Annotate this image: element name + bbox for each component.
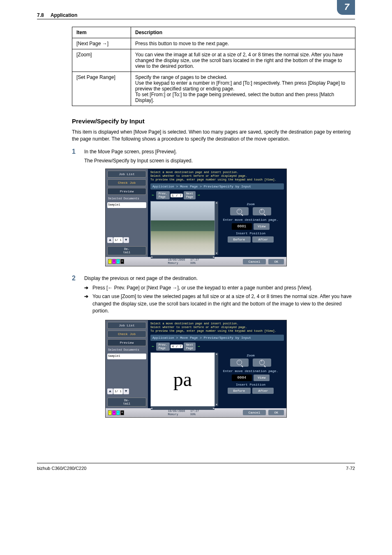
detail-button[interactable]: De- tail — [107, 246, 146, 255]
bullet-text: Press [← Prev. Page] or [Next Page →], o… — [92, 284, 312, 291]
dest-page-value: 0001 — [232, 223, 252, 230]
intro-paragraph: This item is displayed when [Move Page] … — [72, 129, 355, 143]
insert-position-label: Insert Position — [217, 383, 284, 386]
section-number: 7.8 — [37, 12, 44, 18]
instruction-line: Select whether to insert before or after… — [150, 174, 284, 178]
zoom-out-button[interactable]: - — [230, 358, 249, 367]
cell-desc: Press this button to move to the next pa… — [131, 38, 355, 49]
job-list-button[interactable]: Job List — [107, 171, 146, 178]
detail-button[interactable]: De- tail — [107, 398, 146, 407]
cell-item: [Set Page Range] — [72, 72, 131, 106]
cell-desc: Specify the range of pages to be checked… — [131, 72, 355, 106]
after-button[interactable]: After — [252, 236, 274, 243]
page-preview: ▲▼ ◀▶ — [150, 201, 215, 255]
page-header: 7.8 Application 7 — [37, 12, 355, 19]
prev-arrow-icon[interactable]: ⬅ — [150, 344, 155, 349]
table-row: [Set Page Range] Specify the range of pa… — [72, 72, 355, 106]
view-button[interactable]: View — [254, 223, 270, 230]
toner-indicator: Y M C K — [108, 259, 124, 264]
step-text: In the Move Page screen, press [Preview]… — [84, 148, 177, 155]
pager-down-icon[interactable]: ▼ — [123, 237, 129, 243]
cell-item: [Zoom] — [72, 49, 131, 72]
scrollbar-vertical[interactable]: ▲▼ — [215, 201, 218, 255]
selected-docs-label: Selected Documents — [107, 348, 146, 352]
footer-page-number: 7-72 — [346, 466, 355, 471]
check-job-button[interactable]: Check Job — [107, 331, 146, 338]
before-button[interactable]: Before — [228, 388, 251, 394]
preview-button[interactable]: Preview — [107, 339, 146, 346]
toner-indicator: Y M C K — [108, 410, 124, 415]
enter-dest-label: Enter move destination page. — [217, 369, 284, 373]
cell-item: [Next Page →] — [72, 38, 131, 49]
next-page-button[interactable]: Next Page — [184, 342, 196, 351]
prev-page-button[interactable]: Prev. Page — [156, 191, 170, 199]
section-title: Application — [51, 12, 77, 18]
screenshot-preview-specify-1: Job List Check Job Preview Selected Docu… — [105, 169, 287, 266]
step-number: 2 — [72, 275, 84, 282]
scrollbar-horizontal[interactable]: ◀▶ — [151, 255, 214, 259]
definition-table: Item Description [Next Page →] Press thi… — [72, 27, 355, 106]
step-text: Display the previous or next page of the… — [84, 275, 198, 282]
enter-dest-label: Enter move destination page. — [217, 218, 284, 222]
instruction-line: To preview the page, enter page number u… — [150, 329, 284, 333]
selected-docs-label: Selected Documents — [107, 197, 146, 201]
footer-model: bizhub C360/C280/C220 — [37, 466, 86, 471]
chapter-badge: 7 — [337, 0, 355, 15]
prev-page-button[interactable]: Prev. Page — [156, 342, 170, 351]
doc-pager: ▲ 1/ 1 ▼ — [107, 388, 146, 394]
doc-pager: ▲ 1/ 1 ▼ — [107, 237, 146, 243]
pager-up-icon[interactable]: ▲ — [107, 237, 113, 243]
th-desc: Description — [131, 27, 355, 38]
page-preview: pa ▲▼ ◀▶ — [150, 352, 215, 407]
page-position: 1 / 7 — [171, 194, 183, 197]
cell-desc: You can view the image at full size or a… — [131, 49, 355, 72]
instruction-line: Select whether to insert before or after… — [150, 326, 284, 329]
instruction-line: Select a move destination page and inser… — [150, 322, 284, 326]
page-position: 4 / 7 — [171, 345, 183, 348]
doc-name-field: Sample1 — [107, 354, 146, 359]
check-job-button[interactable]: Check Job — [107, 179, 146, 186]
scrollbar-vertical[interactable]: ▲▼ — [215, 353, 218, 406]
instruction-line: Select a move destination page and inser… — [150, 171, 284, 174]
pager-up-icon[interactable]: ▲ — [107, 388, 113, 394]
pager-label: 1/ 1 — [113, 237, 123, 243]
preview-button[interactable]: Preview — [107, 188, 146, 195]
job-list-button[interactable]: Job List — [107, 322, 146, 329]
status-datetime: 10/09/2008 17:27 Memory 99% — [168, 409, 199, 416]
view-button[interactable]: View — [254, 375, 270, 381]
prev-arrow-icon[interactable]: ⬅ — [150, 193, 155, 198]
after-button[interactable]: After — [252, 388, 274, 394]
subsection-heading: Preview/Specify by Input — [72, 118, 355, 125]
zoom-in-button[interactable]: + — [253, 358, 271, 367]
next-page-button[interactable]: Next Page — [184, 191, 196, 199]
pager-down-icon[interactable]: ▼ — [123, 388, 129, 394]
next-arrow-icon[interactable]: ➡ — [196, 193, 201, 198]
arrow-icon: ➔ — [84, 293, 92, 314]
cancel-button[interactable]: Cancel — [243, 259, 266, 264]
screenshot-preview-specify-2: Job List Check Job Preview Selected Docu… — [105, 320, 287, 418]
dest-page-value: 0004 — [232, 375, 252, 381]
doc-name-field: Sample1 — [107, 202, 146, 208]
table-row: [Zoom] You can view the image at full si… — [72, 49, 355, 72]
scrollbar-horizontal[interactable]: ◀▶ — [151, 407, 214, 410]
zoom-label: Zoom — [217, 202, 284, 206]
next-arrow-icon[interactable]: ➡ — [196, 344, 201, 349]
zoom-label: Zoom — [217, 354, 284, 357]
ok-button[interactable]: OK — [268, 259, 284, 264]
ok-button[interactable]: OK — [268, 410, 284, 415]
instruction-line: To preview the page, enter page number u… — [150, 178, 284, 182]
arrow-icon: ➔ — [84, 284, 92, 291]
bullet-text: You can use [Zoom] to view the selected … — [92, 293, 355, 314]
status-datetime: 10/09/2008 17:27 Memory 99% — [168, 258, 199, 265]
breadcrumb: Application > Move Page > Preview/Specif… — [150, 183, 284, 190]
table-row: [Next Page →] Press this button to move … — [72, 38, 355, 49]
zoom-in-button[interactable]: + — [253, 207, 271, 215]
before-button[interactable]: Before — [228, 236, 251, 243]
step-number: 1 — [72, 148, 84, 155]
zoom-out-button[interactable]: - — [230, 207, 249, 215]
cancel-button[interactable]: Cancel — [243, 410, 266, 415]
step-result: The Preview/Specify by Input screen is d… — [84, 158, 355, 164]
insert-position-label: Insert Position — [217, 231, 284, 235]
breadcrumb: Application > Move Page > Preview/Specif… — [150, 335, 284, 341]
th-item: Item — [72, 27, 131, 38]
